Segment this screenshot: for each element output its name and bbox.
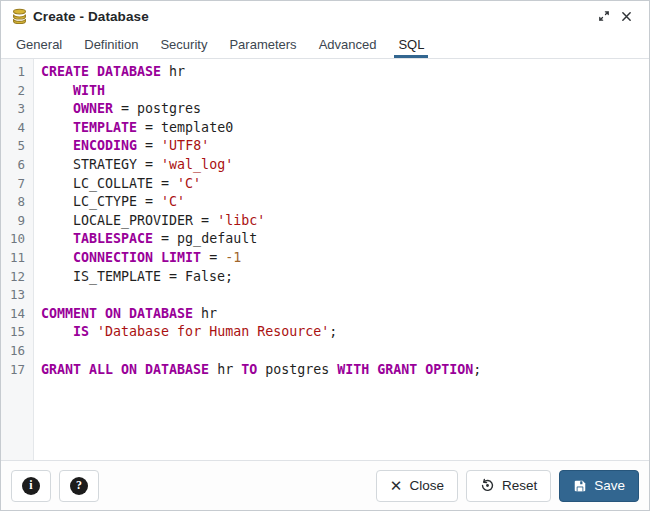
line-number: 6 <box>1 156 33 175</box>
code-line[interactable] <box>41 342 649 361</box>
line-number: 17 <box>1 361 33 380</box>
code-line[interactable] <box>41 286 649 305</box>
line-number: 9 <box>1 212 33 231</box>
line-number: 5 <box>1 137 33 156</box>
line-number: 8 <box>1 193 33 212</box>
save-button-label: Save <box>594 478 625 493</box>
code-line[interactable]: ENCODING = 'UTF8' <box>41 137 649 156</box>
code-line[interactable]: TABLESPACE = pg_default <box>41 230 649 249</box>
line-number: 1 <box>1 63 33 82</box>
code-line[interactable]: IS 'Database for Human Resource'; <box>41 323 649 342</box>
code-line[interactable]: TEMPLATE = template0 <box>41 119 649 138</box>
create-database-dialog: Create - Database General Definition Sec… <box>0 0 650 511</box>
code-area[interactable]: CREATE DATABASE hr WITH OWNER = postgres… <box>34 59 649 460</box>
close-button-label: Close <box>409 478 444 493</box>
code-line[interactable]: GRANT ALL ON DATABASE hr TO postgres WIT… <box>41 361 649 380</box>
reset-button[interactable]: Reset <box>466 470 551 502</box>
dialog-tab-bar: General Definition Security Parameters A… <box>1 31 649 59</box>
help-button[interactable]: ? <box>59 470 99 502</box>
tab-general[interactable]: General <box>6 31 72 58</box>
database-icon <box>11 8 28 25</box>
line-number-gutter: 1234567891011121314151617 <box>1 59 34 460</box>
code-line[interactable]: CONNECTION LIMIT = -1 <box>41 249 649 268</box>
line-number: 10 <box>1 230 33 249</box>
line-number: 16 <box>1 342 33 361</box>
reset-icon <box>480 478 495 493</box>
tab-sql[interactable]: SQL <box>388 31 434 58</box>
code-line[interactable]: IS_TEMPLATE = False; <box>41 268 649 287</box>
code-line[interactable]: OWNER = postgres <box>41 100 649 119</box>
dialog-footer: i ? ✕Close Reset <box>1 460 649 510</box>
code-line[interactable]: CREATE DATABASE hr <box>41 63 649 82</box>
maximize-button[interactable] <box>593 5 615 27</box>
tab-definition[interactable]: Definition <box>74 31 148 58</box>
save-icon <box>573 479 587 493</box>
tab-parameters[interactable]: Parameters <box>219 31 306 58</box>
line-number: 4 <box>1 119 33 138</box>
close-icon <box>620 10 633 23</box>
sql-code-editor[interactable]: 1234567891011121314151617 CREATE DATABAS… <box>1 59 649 460</box>
line-number: 3 <box>1 100 33 119</box>
code-line[interactable]: LOCALE_PROVIDER = 'libc' <box>41 212 649 231</box>
line-number: 12 <box>1 268 33 287</box>
code-line[interactable]: WITH <box>41 82 649 101</box>
tab-advanced[interactable]: Advanced <box>309 31 387 58</box>
line-number: 14 <box>1 305 33 324</box>
line-number: 11 <box>1 249 33 268</box>
save-button[interactable]: Save <box>559 470 639 502</box>
help-icon: ? <box>70 477 88 495</box>
reset-button-label: Reset <box>502 478 537 493</box>
code-line[interactable]: LC_COLLATE = 'C' <box>41 175 649 194</box>
close-dialog-button[interactable] <box>615 5 637 27</box>
tab-security[interactable]: Security <box>150 31 217 58</box>
close-button[interactable]: ✕Close <box>376 470 458 502</box>
line-number: 7 <box>1 175 33 194</box>
line-number: 13 <box>1 286 33 305</box>
info-icon: i <box>22 477 40 495</box>
code-line[interactable]: LC_CTYPE = 'C' <box>41 193 649 212</box>
code-line[interactable]: COMMENT ON DATABASE hr <box>41 305 649 324</box>
expand-icon <box>597 9 611 23</box>
dialog-title: Create - Database <box>33 9 149 24</box>
close-x-icon: ✕ <box>390 478 403 493</box>
sql-info-button[interactable]: i <box>11 470 51 502</box>
line-number: 15 <box>1 323 33 342</box>
dialog-titlebar: Create - Database <box>1 1 649 31</box>
line-number: 2 <box>1 82 33 101</box>
code-line[interactable]: STRATEGY = 'wal_log' <box>41 156 649 175</box>
